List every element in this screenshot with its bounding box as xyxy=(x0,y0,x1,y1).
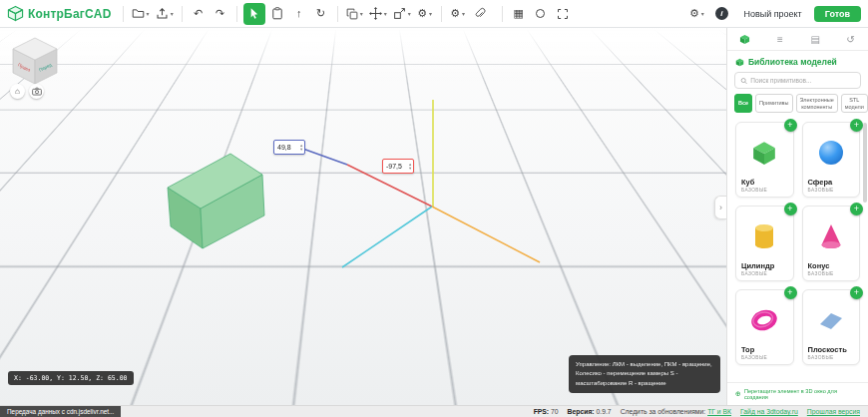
add-model-badge[interactable]: + xyxy=(850,286,863,299)
upload-tool-button[interactable]: ↑ xyxy=(289,4,309,24)
cube-thumbnail xyxy=(741,128,788,178)
sidebar-scrollbar[interactable] xyxy=(863,123,867,203)
add-model-badge[interactable]: + xyxy=(784,203,797,215)
loading-status: Передача данных с cdn.jsdelivr.net... xyxy=(0,406,121,417)
scene-cube-object[interactable] xyxy=(168,154,264,248)
top-toolbar: КонтрБагCAD ▾ ▾ ↶ ↷ ↑ ↻ ▾ ▾ ▾ ⚙ ▾ ⚙ ▾ xyxy=(0,0,868,28)
tools-menu-button[interactable]: ⚙ ▾ xyxy=(415,4,435,24)
app-title: КонтрБагCAD xyxy=(28,7,112,21)
gear-icon: ⚙ xyxy=(689,8,699,19)
model-category: БАЗОВЫЕ xyxy=(808,355,855,360)
add-model-badge[interactable]: + xyxy=(850,203,863,215)
sidebar-collapse-button[interactable]: › xyxy=(714,196,726,219)
caret-down-icon: ▾ xyxy=(171,10,174,17)
model-cards-grid: + Куб БАЗОВЫЕ + Сфера БАЗОВЫЕ + Цилиндр … xyxy=(727,119,868,382)
filter-chip-stl[interactable]: STL модели xyxy=(841,94,868,113)
spinner-down-icon: ▾ xyxy=(300,148,302,152)
redo-button[interactable]: ↷ xyxy=(211,4,230,24)
scale-menu-button[interactable]: ▾ xyxy=(391,4,413,24)
toolbar-divider xyxy=(123,6,124,22)
chevron-right-icon: › xyxy=(719,203,722,212)
version-value: 0.9.7 xyxy=(597,408,612,415)
fps-counter: FPS: 70 xyxy=(534,408,559,415)
paste-tool-button[interactable] xyxy=(267,4,287,24)
social-link[interactable]: ТГ и ВК xyxy=(707,408,731,415)
cursor-coordinates: X: -63.00, Y: 12.50, Z: 65.00 xyxy=(8,371,134,385)
undo-button[interactable]: ↶ xyxy=(189,4,209,24)
stepper-control[interactable]: ▴▾ xyxy=(299,144,304,151)
model-category: БАЗОВЫЕ xyxy=(741,355,788,360)
redo-icon: ↷ xyxy=(216,8,224,19)
sidebar-tabs: ≡ ▤ ↺ xyxy=(727,28,868,51)
library-filters: Все Примитивы Электронные компоненты STL… xyxy=(727,94,868,119)
viewport-3d[interactable]: Право Перед ⌂ ▴▾ ▴▾ X: -63.00, Y: 12.50,… xyxy=(0,28,726,405)
export-button[interactable]: ▾ xyxy=(154,4,176,24)
gears-icon: ⚙ xyxy=(417,8,427,19)
move-icon xyxy=(369,7,382,20)
ready-button[interactable]: Готов xyxy=(814,6,861,22)
model-name: Плоскость xyxy=(808,345,855,354)
toolbar-divider xyxy=(502,6,503,22)
transform-gizmo[interactable] xyxy=(297,100,540,267)
cursor-icon xyxy=(247,7,260,20)
new-project-button[interactable]: Новый проект xyxy=(736,6,808,22)
filter-chip-primitives[interactable]: Примитивы xyxy=(755,94,792,113)
previous-version-link[interactable]: Прошлая версия xyxy=(807,408,860,415)
home-view-button[interactable]: ⌂ xyxy=(10,84,25,99)
model-card-cube[interactable]: + Куб БАЗОВЫЕ xyxy=(735,122,794,198)
add-model-badge[interactable]: + xyxy=(784,286,797,299)
frame-view-button[interactable] xyxy=(553,4,573,24)
torus-thumbnail xyxy=(741,295,788,345)
follow-updates: Следить за обновлениями: ТГ и ВК xyxy=(621,408,731,415)
model-card-torus[interactable]: + Тор БАЗОВЫЕ xyxy=(735,289,794,365)
attach-button[interactable] xyxy=(470,4,490,24)
info-icon: i xyxy=(715,7,728,20)
caret-down-icon: ▾ xyxy=(408,10,411,17)
gizmo-x-value-input[interactable] xyxy=(383,163,408,170)
model-category: БАЗОВЫЕ xyxy=(808,188,855,193)
search-icon xyxy=(740,77,747,85)
filter-chip-all[interactable]: Все xyxy=(734,94,752,113)
model-card-cone[interactable]: + Конус БАЗОВЫЕ xyxy=(802,206,861,281)
model-card-plane[interactable]: + Плоскость БАЗОВЫЕ xyxy=(802,289,861,365)
sphere-thumbnail xyxy=(808,128,855,178)
move-menu-button[interactable]: ▾ xyxy=(367,4,389,24)
settings-menu-button[interactable]: ⚙ ▾ xyxy=(448,4,468,24)
folder-icon xyxy=(132,7,145,20)
toolbar-right-group: ⚙ ▾ i Новый проект Готов xyxy=(686,4,861,24)
filter-chip-electronics[interactable]: Электронные компоненты xyxy=(796,94,838,113)
toolbar-divider xyxy=(182,6,183,22)
app-settings-button[interactable]: ⚙ ▾ xyxy=(686,4,706,24)
cone-thumbnail xyxy=(808,211,855,261)
model-card-cylinder[interactable]: + Цилиндр БАЗОВЫЕ xyxy=(735,206,794,281)
camera-icon xyxy=(32,87,42,96)
status-right-group: FPS: 70 Версия: 0.9.7 Следить за обновле… xyxy=(534,408,868,415)
tab-layers[interactable]: ▤ xyxy=(798,28,833,50)
select-tool-button[interactable] xyxy=(243,3,265,25)
controls-tooltip: Управление: ЛКМ - выделение, ПКМ - враще… xyxy=(569,355,720,393)
tab-library[interactable] xyxy=(727,28,762,50)
tab-structure[interactable]: ≡ xyxy=(762,28,797,50)
model-name: Куб xyxy=(741,178,788,187)
stepper-control[interactable]: ▴▾ xyxy=(408,163,413,170)
info-button[interactable]: i xyxy=(711,4,731,24)
duplicate-menu-button[interactable]: ▾ xyxy=(344,4,365,24)
grid-toggle-button[interactable]: ▦ xyxy=(509,4,529,24)
undo-icon: ↶ xyxy=(194,8,203,19)
guide-link[interactable]: Гайд на 3dtoday.ru xyxy=(740,408,798,415)
version-info: Версия: 0.9.7 xyxy=(568,408,612,415)
add-model-badge[interactable]: + xyxy=(850,119,863,132)
screenshot-button[interactable] xyxy=(29,84,44,99)
plane-thumbnail xyxy=(808,295,855,345)
model-card-sphere[interactable]: + Сфера БАЗОВЫЕ xyxy=(802,122,861,198)
library-title: Библиотека моделей xyxy=(748,57,837,67)
upload-icon: ↑ xyxy=(296,8,302,19)
model-search-input[interactable] xyxy=(750,77,855,84)
add-model-badge[interactable]: + xyxy=(784,119,797,132)
open-project-button[interactable]: ▾ xyxy=(130,4,152,24)
gizmo-z-value-input[interactable] xyxy=(274,144,299,151)
view-navigation-cube[interactable]: Право Перед xyxy=(8,33,62,87)
orbit-toggle-button[interactable] xyxy=(531,4,551,24)
sync-tool-button[interactable]: ↻ xyxy=(311,4,331,24)
tab-history[interactable]: ↺ xyxy=(833,28,868,50)
